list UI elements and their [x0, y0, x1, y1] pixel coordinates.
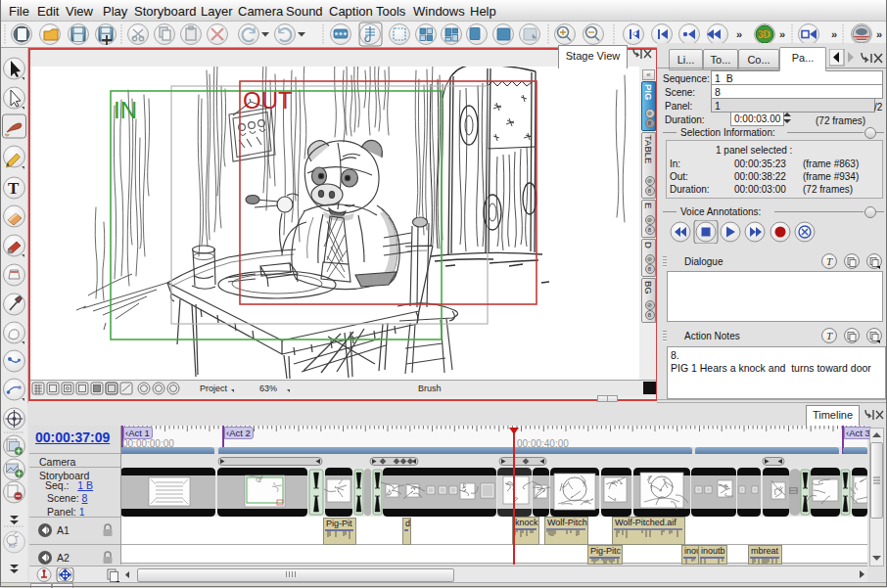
svg-text:Brush: Brush — [418, 384, 442, 393]
svg-text:»: » — [779, 28, 785, 40]
svg-text:A1: A1 — [57, 524, 70, 536]
svg-text:A2: A2 — [57, 552, 70, 564]
svg-text:3D: 3D — [758, 29, 770, 40]
svg-text:IN: IN — [114, 97, 137, 123]
svg-text:OUT: OUT — [243, 87, 293, 113]
svg-text:T: T — [8, 179, 20, 198]
svg-text:»: » — [876, 28, 882, 40]
svg-text:T: T — [826, 255, 833, 267]
svg-text:T: T — [826, 330, 833, 341]
svg-text:KF: KF — [9, 542, 18, 549]
svg-text:63%: 63% — [259, 384, 277, 393]
svg-text:»: » — [831, 28, 837, 40]
svg-text:Project: Project — [200, 384, 228, 393]
svg-text:»: » — [736, 28, 742, 40]
